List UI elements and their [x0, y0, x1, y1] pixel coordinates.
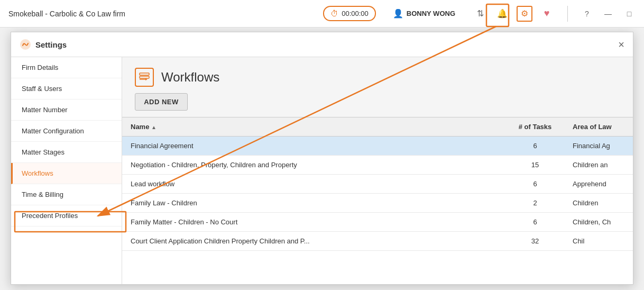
- row-area-of-law: Financial Ag: [564, 137, 633, 156]
- timer-badge[interactable]: ⏱ 00:00:00: [323, 6, 376, 21]
- user-icon: 👤: [393, 8, 403, 19]
- row-name: Financial Agreement: [122, 137, 506, 156]
- table-row[interactable]: Family Law - Children2Children: [122, 194, 633, 213]
- workflows-table: Name # of Tasks Area of Law Financial Ag…: [122, 117, 633, 251]
- smokeball-logo: [20, 39, 31, 50]
- column-header-area-of-law[interactable]: Area of Law: [564, 117, 633, 137]
- sidebar-item-precedent-profiles[interactable]: Precedent Profiles: [11, 205, 122, 226]
- main-content: Workflows ADD NEW Name # of Tasks: [122, 57, 633, 284]
- table-row[interactable]: Financial Agreement6Financial Ag: [122, 137, 633, 156]
- minimize-button[interactable]: —: [602, 7, 614, 20]
- row-tasks: 6: [506, 175, 564, 194]
- table-row[interactable]: Court Client Application Children Proper…: [122, 232, 633, 251]
- settings-dialog: Settings × Firm Details Staff & Users Ma…: [11, 32, 633, 285]
- help-button[interactable]: ?: [581, 7, 593, 20]
- dialog-body: Firm Details Staff & Users Matter Number…: [11, 57, 633, 284]
- row-area-of-law: Children: [564, 194, 633, 213]
- table-header-row: Name # of Tasks Area of Law: [122, 117, 633, 137]
- row-name: Family Law - Children: [122, 194, 506, 213]
- row-tasks: 15: [506, 156, 564, 175]
- row-tasks: 6: [506, 213, 564, 232]
- sidebar-item-matter-configuration[interactable]: Matter Configuration: [11, 121, 122, 142]
- sidebar-item-matter-stages[interactable]: Matter Stages: [11, 142, 122, 163]
- workflows-icon: [135, 68, 154, 87]
- gear-icon[interactable]: ⚙: [517, 6, 532, 22]
- title-bar-center: ⏱ 00:00:00 👤 BONNY WONG ⇅ 🔔 ⚙ ♥ ? — □: [323, 6, 636, 22]
- row-area-of-law: Children an: [564, 156, 633, 175]
- sidebar-item-matter-number[interactable]: Matter Number: [11, 99, 122, 121]
- clock-icon: ⏱: [330, 9, 338, 18]
- timer-value: 00:00:00: [342, 10, 369, 17]
- app-title-section: Smokeball - Carbolic & Co Law firm: [8, 10, 323, 18]
- sidebar: Firm Details Staff & Users Matter Number…: [11, 57, 122, 284]
- row-name: Negotiation - Children, Property, Childr…: [122, 156, 506, 175]
- column-header-name[interactable]: Name: [122, 117, 506, 137]
- content-header: Workflows: [122, 57, 633, 93]
- workflows-table-container: Name # of Tasks Area of Law Financial Ag…: [122, 117, 633, 284]
- row-name: Family Matter - Children - No Court: [122, 213, 506, 232]
- row-name: Lead workflow: [122, 175, 506, 194]
- row-tasks: 6: [506, 137, 564, 156]
- user-section[interactable]: 👤 BONNY WONG: [393, 8, 455, 19]
- row-area-of-law: Children, Ch: [564, 213, 633, 232]
- row-name: Court Client Application Children Proper…: [122, 232, 506, 251]
- heart-icon[interactable]: ♥: [539, 6, 555, 22]
- row-area-of-law: Chil: [564, 232, 633, 251]
- dialog-title: Settings: [35, 40, 67, 49]
- bell-icon[interactable]: 🔔: [494, 6, 510, 22]
- close-button[interactable]: ×: [618, 39, 624, 50]
- row-tasks: 2: [506, 194, 564, 213]
- table-row[interactable]: Negotiation - Children, Property, Childr…: [122, 156, 633, 175]
- dialog-header: Settings ×: [11, 32, 633, 57]
- title-bar: Smokeball - Carbolic & Co Law firm ⏱ 00:…: [0, 0, 644, 28]
- user-name: BONNY WONG: [407, 10, 455, 17]
- svg-rect-1: [140, 73, 149, 75]
- svg-rect-2: [140, 76, 149, 78]
- table-row[interactable]: Lead workflow6Apprehend: [122, 175, 633, 194]
- table-row[interactable]: Family Matter - Children - No Court6Chil…: [122, 213, 633, 232]
- divider: [567, 6, 568, 22]
- page-title: Workflows: [161, 70, 219, 85]
- table-body: Financial Agreement6Financial AgNegotiat…: [122, 137, 633, 251]
- sort-icon[interactable]: ⇅: [472, 6, 488, 22]
- maximize-button[interactable]: □: [623, 7, 636, 20]
- title-bar-icons: ⇅ 🔔 ⚙ ♥: [472, 6, 555, 22]
- add-new-button[interactable]: ADD NEW: [135, 93, 188, 111]
- row-area-of-law: Apprehend: [564, 175, 633, 194]
- sidebar-item-staff-users[interactable]: Staff & Users: [11, 78, 122, 99]
- sidebar-item-workflows[interactable]: Workflows: [11, 163, 122, 184]
- sidebar-item-firm-details[interactable]: Firm Details: [11, 57, 122, 78]
- column-header-tasks[interactable]: # of Tasks: [506, 117, 564, 137]
- row-tasks: 32: [506, 232, 564, 251]
- sidebar-item-time-billing[interactable]: Time & Billing: [11, 184, 122, 205]
- app-title: Smokeball - Carbolic & Co Law firm: [8, 10, 125, 18]
